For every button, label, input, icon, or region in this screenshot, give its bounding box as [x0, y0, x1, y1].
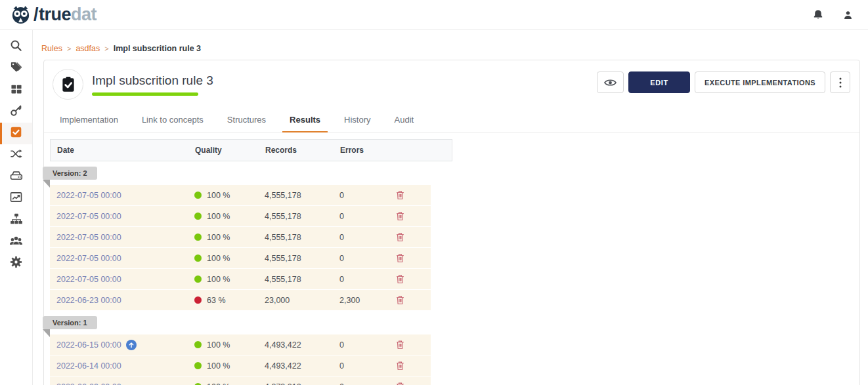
- check-square-icon: [10, 126, 22, 141]
- delete-result-button[interactable]: [395, 359, 406, 372]
- table-header-row: Date Quality Records Errors: [50, 139, 452, 161]
- trash-icon: [396, 340, 404, 350]
- row-actions-cell: [395, 210, 427, 222]
- logo-text: /truedat: [33, 5, 97, 25]
- shuffle-icon: [10, 148, 22, 163]
- sidebar-item-dashboards[interactable]: [0, 188, 32, 209]
- quality-value: 100 %: [207, 361, 230, 371]
- result-date-link[interactable]: 2022-07-05 00:00: [56, 212, 121, 221]
- row-actions-cell: [395, 231, 427, 243]
- errors-value: 0: [339, 361, 395, 371]
- tags-icon: [10, 61, 22, 76]
- sidebar-item-rules[interactable]: [0, 123, 32, 144]
- delete-result-button[interactable]: [395, 273, 406, 285]
- tab-structures[interactable]: Structures: [220, 109, 273, 132]
- truedat-logo[interactable]: /truedat: [11, 5, 97, 25]
- delete-result-button[interactable]: [395, 189, 406, 201]
- sidebar-item-settings[interactable]: [0, 253, 32, 274]
- errors-value: 0: [339, 212, 395, 221]
- delete-result-button[interactable]: [395, 210, 406, 222]
- date-cell: 2022-07-05 00:00: [50, 191, 194, 200]
- sidebar-item-groups[interactable]: [0, 231, 32, 253]
- quality-cell: 100 %: [194, 340, 265, 350]
- table-body: Version: 22022-07-05 00:00100 %4,555,178…: [50, 161, 859, 385]
- result-date-link[interactable]: 2022-07-05 00:00: [56, 233, 121, 242]
- page-title: Impl subscrition rule 3: [92, 73, 213, 88]
- delete-result-button[interactable]: [395, 380, 406, 385]
- trash-icon: [396, 361, 404, 371]
- trash-icon: [396, 274, 404, 284]
- user-icon[interactable]: [842, 9, 854, 21]
- quality-ok-dot-icon: [194, 362, 202, 369]
- users-icon: [9, 235, 23, 249]
- more-options-button[interactable]: [830, 71, 850, 93]
- errors-value: 0: [339, 191, 395, 200]
- breadcrumb-separator: >: [67, 45, 71, 52]
- quality-cell: 100 %: [194, 191, 265, 200]
- sidebar-item-shuffle[interactable]: [0, 144, 32, 166]
- sidebar-item-lineage[interactable]: [0, 209, 32, 231]
- event-arrow-icon[interactable]: [126, 340, 137, 350]
- version-group-header: Version: 1: [50, 311, 859, 334]
- result-date-link[interactable]: 2022-06-14 00:00: [56, 361, 121, 371]
- breadcrumb-rules-link[interactable]: Rules: [41, 44, 62, 53]
- errors-value: 2,300: [339, 296, 395, 305]
- trash-icon: [396, 295, 404, 305]
- delete-result-button[interactable]: [395, 294, 406, 306]
- version-badge: Version: 2: [43, 167, 97, 180]
- sidebar-item-sources[interactable]: [0, 166, 32, 188]
- result-date-link[interactable]: 2022-07-05 00:00: [56, 254, 121, 263]
- records-value: 4,555,178: [265, 212, 339, 221]
- edit-button[interactable]: EDIT: [628, 71, 690, 93]
- breadcrumb-rule-link[interactable]: asdfas: [76, 44, 100, 53]
- results-table: Date Quality Records Errors Version: 220…: [44, 132, 859, 385]
- quality-cell: 100 %: [194, 212, 265, 221]
- trash-icon: [396, 211, 404, 221]
- version-group-header: Version: 2: [50, 161, 859, 185]
- result-date-link[interactable]: 2022-07-05 00:00: [56, 191, 121, 200]
- bell-icon[interactable]: [812, 9, 824, 21]
- main-content: Rules>asdfas>Impl subscrition rule 3 Imp…: [33, 30, 868, 385]
- errors-value: 0: [339, 233, 395, 242]
- quality-value: 100 %: [207, 191, 230, 200]
- column-header-records: Records: [265, 146, 340, 155]
- trash-icon: [396, 253, 404, 263]
- trash-icon: [396, 190, 404, 200]
- trash-icon: [396, 232, 404, 242]
- tab-link-to-concepts[interactable]: Link to concepts: [135, 109, 211, 132]
- records-value: 23,000: [265, 296, 339, 305]
- sidebar-item-tags[interactable]: [0, 58, 32, 79]
- errors-value: 0: [339, 382, 395, 385]
- clipboard-check-icon: [60, 75, 77, 93]
- tab-audit[interactable]: Audit: [387, 109, 422, 132]
- sidebar-item-grid[interactable]: [0, 79, 32, 101]
- result-row: 2022-06-23 00:0063 %23,0002,300: [50, 290, 431, 310]
- delete-result-button[interactable]: [395, 252, 406, 264]
- date-cell: 2022-06-23 00:00: [50, 296, 194, 305]
- delete-result-button[interactable]: [395, 231, 406, 243]
- result-date-link[interactable]: 2022-06-23 00:00: [56, 296, 121, 305]
- date-cell: 2022-07-05 00:00: [50, 275, 194, 284]
- date-cell: 2022-06-14 00:00: [50, 361, 194, 371]
- delete-result-button[interactable]: [395, 338, 406, 351]
- quality-ok-dot-icon: [194, 341, 202, 348]
- result-date-link[interactable]: 2022-06-15 00:00: [56, 340, 121, 350]
- column-header-quality: Quality: [195, 146, 265, 155]
- tab-results[interactable]: Results: [282, 109, 328, 132]
- execute-implementations-button[interactable]: EXECUTE IMPLEMENTATIONS: [695, 71, 825, 93]
- result-date-link[interactable]: 2022-06-09 00:00: [56, 382, 121, 385]
- records-value: 4,493,422: [265, 361, 339, 371]
- tab-implementation[interactable]: Implementation: [53, 109, 125, 132]
- owl-icon: [11, 5, 31, 25]
- date-cell: 2022-06-09 00:00: [50, 382, 194, 385]
- result-date-link[interactable]: 2022-07-05 00:00: [56, 275, 121, 284]
- result-row: 2022-07-05 00:00100 %4,555,1780: [50, 185, 431, 205]
- breadcrumb: Rules>asdfas>Impl subscrition rule 3: [33, 30, 868, 60]
- errors-value: 0: [339, 275, 395, 284]
- sidebar-item-key[interactable]: [0, 101, 32, 123]
- sidebar-item-search[interactable]: [0, 36, 32, 58]
- records-value: 4,373,212: [265, 382, 339, 385]
- breadcrumb-separator: >: [104, 45, 108, 52]
- tab-history[interactable]: History: [337, 109, 378, 132]
- preview-button[interactable]: [597, 71, 624, 93]
